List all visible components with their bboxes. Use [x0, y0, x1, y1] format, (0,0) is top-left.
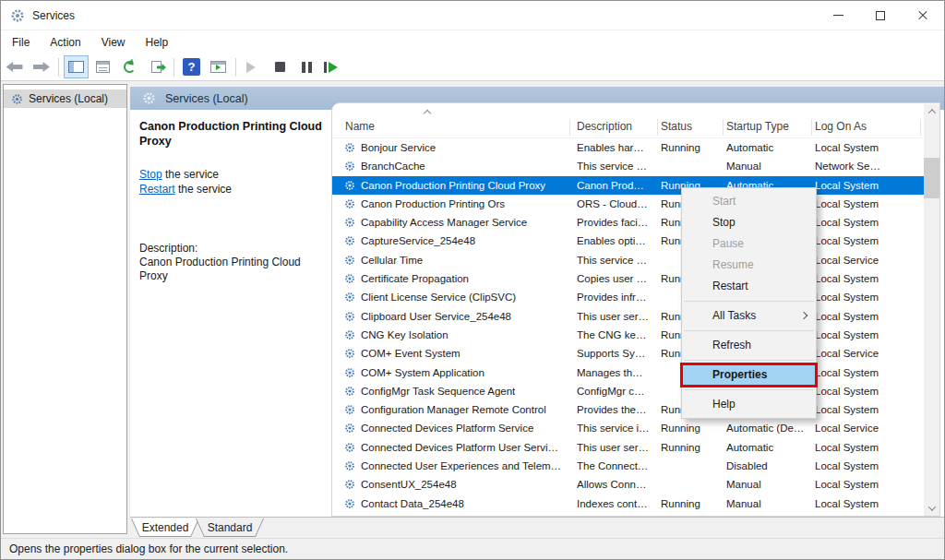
cell-description: This service …: [577, 157, 647, 175]
minimize-button[interactable]: [817, 1, 859, 30]
table-row[interactable]: Clipboard User Service_254e48This user s…: [332, 307, 925, 326]
maximize-icon: [876, 11, 885, 20]
cell-description: The CNG ke…: [577, 326, 646, 344]
table-row[interactable]: Connected User Experiences and Telem…The…: [332, 457, 925, 475]
panel-header-title: Services (Local): [165, 92, 248, 105]
menu-action[interactable]: Action: [41, 32, 90, 53]
menu-separator: [684, 330, 814, 331]
table-row[interactable]: Configuration Manager Remote ControlProv…: [332, 400, 925, 419]
table-row[interactable]: Capability Access Manager ServiceProvide…: [332, 213, 925, 232]
stop-service-button[interactable]: [268, 55, 293, 78]
column-header-name[interactable]: Name: [345, 120, 375, 133]
cell-name: ConfigMgr Task Sequence Agent: [361, 382, 515, 400]
gear-icon: [344, 311, 355, 322]
cell-logon: Local System: [815, 176, 879, 195]
cell-description: Enables har…: [577, 138, 644, 157]
scroll-up-arrow[interactable]: [924, 104, 939, 119]
maximize-button[interactable]: [859, 1, 902, 30]
cell-description: Provides faci…: [577, 213, 648, 232]
restart-service-button[interactable]: [321, 55, 346, 78]
table-row[interactable]: COM+ System ApplicationManages th…Local …: [332, 363, 925, 382]
properties-toolbar-button[interactable]: [90, 55, 115, 78]
cell-logon: Local System: [815, 438, 879, 457]
menu-item-stop[interactable]: Stop: [682, 212, 816, 233]
cell-logon: Local System: [815, 269, 879, 288]
cell-description: ConfigMgr c…: [577, 382, 645, 400]
export-list-icon: [151, 61, 161, 73]
tree-item-services-local[interactable]: Services (Local): [4, 89, 126, 108]
services-gear-icon: [142, 91, 156, 105]
table-row[interactable]: Cellular TimeThis service …Local Service: [332, 251, 925, 269]
table-row[interactable]: Canon Production Printing Cloud ProxyCan…: [332, 176, 925, 195]
cell-startup: Disabled: [726, 457, 768, 475]
menu-item-refresh[interactable]: Refresh: [682, 335, 816, 356]
start-service-button[interactable]: [241, 55, 266, 78]
menu-bar: FileActionViewHelp: [1, 30, 944, 54]
menu-item-help[interactable]: Help: [682, 394, 816, 415]
back-button[interactable]: [2, 55, 27, 78]
table-row[interactable]: COM+ Event SystemSupports Sy…RunningLoca…: [332, 344, 925, 363]
console-tree-panel: Services (Local): [3, 84, 127, 534]
show-action-pane-button[interactable]: [206, 55, 231, 78]
table-row[interactable]: Connected Devices Platform ServiceThis s…: [332, 419, 925, 437]
close-button[interactable]: [902, 1, 944, 30]
cell-logon: Network Se…: [815, 157, 880, 175]
pause-service-button[interactable]: [294, 55, 319, 78]
table-row[interactable]: BranchCacheThis service …ManualNetwork S…: [332, 157, 925, 175]
stop-icon: [275, 62, 285, 72]
scrollbar-thumb[interactable]: [924, 158, 939, 198]
column-header-startup-type[interactable]: Startup Type: [726, 120, 789, 133]
gear-icon: [344, 386, 355, 397]
submenu-arrow-icon: [800, 312, 807, 319]
table-row[interactable]: ConfigMgr Task Sequence AgentConfigMgr c…: [332, 382, 925, 400]
menu-item-properties[interactable]: Properties: [682, 364, 816, 386]
restart-icon: [324, 62, 343, 73]
cell-logon: Local System: [815, 213, 879, 232]
scroll-down-arrow[interactable]: [924, 501, 939, 516]
show-console-tree-button[interactable]: [64, 55, 89, 78]
cell-startup: Manual: [726, 475, 761, 494]
help-toolbar-button[interactable]: ?: [179, 55, 204, 78]
services-list: NameDescriptionStatusStartup TypeLog On …: [331, 102, 940, 517]
properties-icon: [96, 61, 110, 73]
cell-logon: Local Service: [815, 251, 879, 269]
table-row[interactable]: CaptureService_254e48Enables opti…Runnin…: [332, 232, 925, 250]
help-icon: ?: [183, 58, 200, 76]
toolbar: ?: [1, 54, 944, 81]
stop-service-link[interactable]: Stop: [139, 168, 162, 181]
table-row[interactable]: Contact Data_254e48Indexes cont…RunningM…: [332, 494, 925, 513]
column-header-description[interactable]: Description: [577, 120, 632, 133]
menu-item-restart[interactable]: Restart: [682, 276, 816, 297]
table-row[interactable]: CNG Key IsolationThe CNG ke…RunningLocal…: [332, 326, 925, 344]
tab-standard[interactable]: Standard: [196, 518, 264, 537]
menu-file[interactable]: File: [3, 32, 39, 53]
cell-logon: Local System: [815, 326, 879, 344]
export-list-button[interactable]: [144, 55, 169, 78]
cell-logon: Local System: [815, 400, 879, 419]
gear-icon: [344, 423, 355, 434]
menu-help[interactable]: Help: [137, 32, 178, 53]
vertical-scrollbar[interactable]: [924, 104, 939, 516]
restart-service-link[interactable]: Restart: [139, 183, 175, 196]
table-row[interactable]: Client License Service (ClipSVC)Provides…: [332, 288, 925, 306]
menu-item-resume: Resume: [682, 255, 816, 276]
cell-startup: Manual: [726, 157, 761, 175]
table-row[interactable]: Certificate PropagationCopies user …Runn…: [332, 269, 925, 288]
table-row[interactable]: Bonjour ServiceEnables har…RunningAutoma…: [332, 138, 925, 157]
tab-extended[interactable]: Extended: [131, 518, 199, 537]
gear-icon: [344, 329, 355, 340]
table-row[interactable]: Connected Devices Platform User Servi…Th…: [332, 438, 925, 457]
table-row[interactable]: ConsentUX_254e48Allows Conn…ManualLocal …: [332, 475, 925, 494]
column-header-status[interactable]: Status: [661, 120, 692, 133]
table-row[interactable]: Canon Production Printing OrsORS - Cloud…: [332, 195, 925, 213]
cell-logon: Local System: [815, 494, 879, 513]
menu-view[interactable]: View: [92, 32, 135, 53]
refresh-toolbar-button[interactable]: [117, 55, 142, 78]
cell-name: CNG Key Isolation: [361, 326, 449, 344]
column-header-log-on-as[interactable]: Log On As: [815, 120, 867, 133]
tree-item-label: Services (Local): [29, 92, 108, 105]
restart-service-line: Restart the service: [139, 182, 232, 197]
forward-button[interactable]: [29, 55, 54, 78]
context-menu: StartStopPauseResumeRestartAll TasksRefr…: [681, 187, 817, 419]
menu-item-all-tasks[interactable]: All Tasks: [682, 305, 816, 327]
